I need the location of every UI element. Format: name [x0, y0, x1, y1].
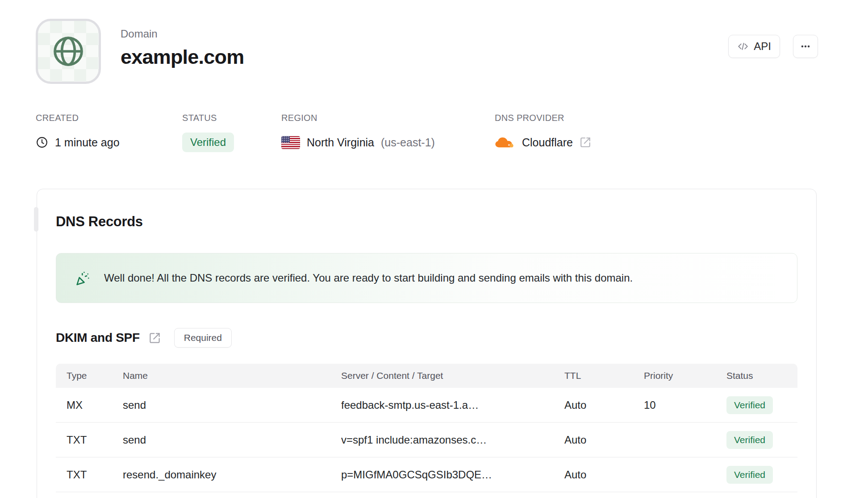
region-code: (us-east-1) — [381, 136, 435, 149]
col-ttl: TTL — [564, 370, 644, 381]
cell-name: send — [123, 399, 341, 411]
row-status-badge: Verified — [726, 431, 773, 449]
code-icon — [737, 41, 749, 52]
dns-provider-label: DNS PROVIDER — [495, 113, 591, 123]
domain-kicker: Domain — [121, 28, 244, 40]
col-type: Type — [56, 370, 123, 381]
cloudflare-icon — [495, 137, 515, 149]
table-row[interactable]: TXT send v=spf1 include:amazonses.c… Aut… — [56, 423, 797, 457]
col-priority: Priority — [644, 370, 726, 381]
status-label: STATUS — [182, 113, 281, 123]
domain-meta: CREATED 1 minute ago STATUS Verified REG… — [36, 113, 591, 152]
cell-ttl: Auto — [564, 434, 644, 446]
cell-ttl: Auto — [564, 399, 644, 411]
region-value: North Virginia — [307, 136, 374, 149]
meta-dns-provider: DNS PROVIDER Cloudflare — [495, 113, 591, 152]
cell-content: feedback-smtp.us-east-1.a… — [341, 399, 564, 411]
clock-icon — [36, 136, 48, 149]
ellipsis-icon — [800, 41, 811, 52]
row-status-badge: Verified — [726, 396, 773, 414]
row-status-badge: Verified — [726, 466, 773, 484]
region-label: REGION — [281, 113, 495, 123]
col-content: Server / Content / Target — [341, 370, 564, 381]
col-name: Name — [123, 370, 341, 381]
created-value: 1 minute ago — [55, 136, 120, 149]
more-button[interactable] — [793, 35, 818, 58]
col-status: Status — [726, 370, 797, 381]
cell-priority: 10 — [644, 399, 726, 411]
table-header-row: Type Name Server / Content / Target TTL … — [56, 364, 797, 388]
cell-content: v=spf1 include:amazonses.c… — [341, 434, 564, 446]
dns-provider-link[interactable]: Cloudflare — [495, 133, 591, 152]
meta-created: CREATED 1 minute ago — [36, 113, 182, 152]
cell-type: TXT — [56, 434, 123, 446]
title-block: Domain example.com — [121, 19, 244, 84]
card-accent-tab — [34, 207, 38, 232]
dkim-spf-section-header: DKIM and SPF Required — [56, 328, 797, 348]
api-button-label: API — [754, 40, 771, 53]
meta-region: REGION North Virginia (us-east-1) — [281, 113, 495, 152]
cell-ttl: Auto — [564, 469, 644, 481]
domain-header: Domain example.com — [36, 19, 244, 84]
party-popper-icon — [75, 270, 92, 286]
external-link-icon[interactable] — [580, 137, 591, 148]
header-actions: API — [728, 35, 818, 58]
success-banner: Well done! All the DNS records are verif… — [56, 253, 797, 303]
dns-records-card: DNS Records Well done! All the DNS recor… — [37, 189, 817, 498]
required-badge: Required — [174, 328, 232, 348]
dkim-spf-title: DKIM and SPF — [56, 331, 140, 345]
created-label: CREATED — [36, 113, 182, 123]
cell-content: p=MIGfMA0GCSqGSIb3DQE… — [341, 469, 564, 481]
table-row[interactable]: MX send feedback-smtp.us-east-1.a… Auto … — [56, 388, 797, 423]
us-flag-icon — [281, 136, 300, 149]
cell-type: TXT — [56, 469, 123, 481]
api-button[interactable]: API — [728, 35, 780, 58]
dns-records-title: DNS Records — [56, 189, 797, 230]
page-title: example.com — [121, 46, 244, 69]
status-badge: Verified — [182, 133, 234, 152]
domain-avatar — [36, 19, 101, 84]
globe-icon — [50, 33, 86, 69]
cell-name: send — [123, 434, 341, 446]
success-banner-text: Well done! All the DNS records are verif… — [104, 272, 633, 284]
domain-detail-page: Domain example.com API CREATED — [0, 0, 868, 498]
external-link-icon[interactable] — [149, 332, 161, 344]
table-row[interactable]: TXT resend._domainkey p=MIGfMA0GCSqGSIb3… — [56, 457, 797, 492]
meta-status: STATUS Verified — [182, 113, 281, 152]
dns-provider-value: Cloudflare — [522, 136, 573, 149]
cell-name: resend._domainkey — [123, 469, 341, 481]
cell-type: MX — [56, 399, 123, 411]
dns-table: Type Name Server / Content / Target TTL … — [56, 364, 797, 492]
